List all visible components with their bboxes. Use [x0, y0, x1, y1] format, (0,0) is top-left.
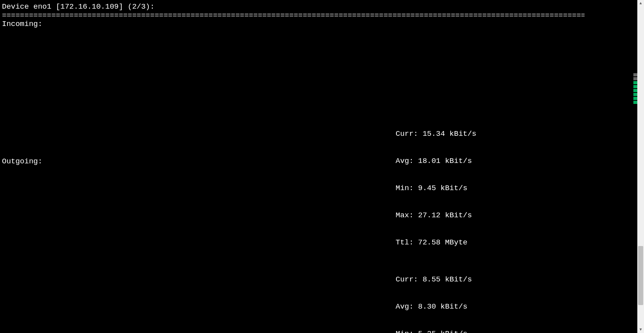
scrollbar-thumb[interactable]	[638, 246, 643, 305]
incoming-curr: Curr: 15.34 kBit/s	[396, 130, 476, 139]
incoming-label: Incoming:	[2, 20, 585, 28]
terminal-output: Device eno1 [172.16.10.109] (2/3): =====…	[0, 0, 587, 333]
activity-indicator	[633, 73, 637, 104]
incoming-min: Min: 9.45 kBit/s	[396, 184, 476, 193]
scroll-down-icon[interactable]: ▼	[637, 326, 644, 333]
scroll-up-icon[interactable]: ▲	[637, 0, 644, 7]
outgoing-stats: Curr: 8.55 kBit/s Avg: 8.30 kBit/s Min: …	[396, 257, 472, 333]
incoming-stats: Curr: 15.34 kBit/s Avg: 18.01 kBit/s Min…	[396, 111, 476, 265]
incoming-avg: Avg: 18.01 kBit/s	[396, 157, 476, 166]
device-header: Device eno1 [172.16.10.109] (2/3):	[2, 2, 585, 11]
outgoing-avg: Avg: 8.30 kBit/s	[396, 302, 472, 311]
divider-line: ========================================…	[2, 11, 585, 20]
scrollbar[interactable]: ▲ ▼	[637, 0, 644, 333]
outgoing-curr: Curr: 8.55 kBit/s	[396, 275, 472, 284]
outgoing-label: Outgoing:	[2, 157, 43, 166]
incoming-max: Max: 27.12 kBit/s	[396, 211, 476, 220]
incoming-ttl: Ttl: 72.58 MByte	[396, 238, 476, 247]
outgoing-min: Min: 5.25 kBit/s	[396, 329, 472, 333]
